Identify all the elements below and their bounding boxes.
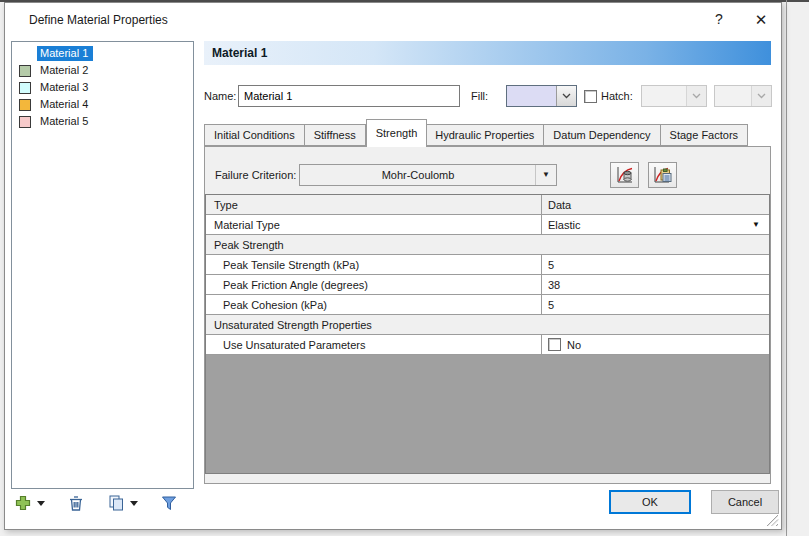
material-name: Material 4: [37, 97, 93, 112]
cancel-button[interactable]: Cancel: [711, 490, 779, 514]
dropdown-arrow-icon: ▼: [535, 165, 556, 185]
trash-icon: [67, 494, 85, 512]
property-value-cell[interactable]: 5: [542, 295, 769, 314]
section-label: Peak Strength: [206, 235, 769, 254]
material-name: Material 1: [37, 46, 93, 61]
filter-icon: [160, 494, 178, 512]
tab-initial-conditions[interactable]: Initial Conditions: [204, 124, 305, 146]
table-row: Peak Tensile Strength (kPa)5: [206, 255, 769, 275]
close-button[interactable]: ✕: [743, 3, 779, 36]
material-color-swatch: [19, 82, 31, 94]
property-value-cell[interactable]: No: [542, 335, 769, 354]
material-list-item[interactable]: Material 3: [12, 79, 193, 96]
hatch-color-dropdown-button[interactable]: [751, 86, 771, 106]
name-label: Name:: [204, 85, 236, 107]
copy-material-menu-button[interactable]: [130, 501, 138, 506]
copy-icon: [107, 494, 125, 512]
property-value-cell[interactable]: 38: [542, 275, 769, 294]
chevron-down-icon: [757, 93, 766, 99]
column-header-data: Data: [542, 195, 769, 214]
material-list-item[interactable]: Material 2: [12, 62, 193, 79]
tab-stiffness[interactable]: Stiffness: [305, 124, 366, 146]
material-color-swatch: [19, 65, 31, 77]
property-label: Peak Tensile Strength (kPa): [206, 255, 542, 274]
property-tabs: Initial ConditionsStiffnessStrengthHydra…: [204, 119, 748, 147]
unsaturated-checkbox[interactable]: [548, 338, 561, 351]
add-material-menu-button[interactable]: [37, 501, 45, 506]
material-header-title: Material 1: [212, 46, 267, 60]
property-value: Elastic: [548, 219, 580, 231]
table-row: Peak Cohesion (kPa)5: [206, 295, 769, 315]
property-value: 5: [548, 259, 554, 271]
strength-properties-table: TypeDataMaterial TypeElastic▼Peak Streng…: [205, 194, 770, 474]
table-section-row: Unsaturated Strength Properties: [206, 315, 769, 335]
property-label: Peak Friction Angle (degrees): [206, 275, 542, 294]
property-value: No: [567, 339, 581, 351]
failure-criterion-dropdown[interactable]: Mohr-Coulomb ▼: [299, 164, 557, 186]
table-header-row: TypeData: [206, 195, 769, 215]
chevron-down-icon: [562, 93, 571, 99]
property-value-cell[interactable]: Elastic▼: [542, 215, 769, 234]
fill-dropdown-button[interactable]: [556, 86, 576, 106]
tab-stage-factors[interactable]: Stage Factors: [661, 124, 748, 146]
chart-cylinder-icon: [615, 165, 635, 185]
material-list-item[interactable]: Material 5: [12, 113, 193, 130]
material-header: Material 1: [204, 41, 771, 65]
tab-datum-dependency[interactable]: Datum Dependency: [544, 124, 660, 146]
failure-criterion-label: Failure Criterion:: [215, 164, 296, 186]
table-row: Material TypeElastic▼: [206, 215, 769, 235]
paste-strength-parameters-button[interactable]: [648, 162, 677, 188]
strength-tab-panel: Failure Criterion: Mohr-Coulomb ▼: [204, 146, 771, 484]
property-value: 5: [548, 299, 554, 311]
material-list-item[interactable]: Material 4: [12, 96, 193, 113]
hatch-label: Hatch:: [601, 85, 633, 107]
table-row: Peak Friction Angle (degrees)38: [206, 275, 769, 295]
property-value-cell[interactable]: 5: [542, 255, 769, 274]
material-name: Material 2: [37, 63, 93, 78]
material-toolbar: [14, 489, 178, 517]
material-name: Material 5: [37, 114, 93, 129]
fill-color-dropdown[interactable]: [506, 85, 577, 107]
help-icon: ?: [715, 11, 723, 27]
copy-strength-parameters-button[interactable]: [610, 162, 639, 188]
title-bar: Define Material Properties ? ✕: [5, 3, 781, 37]
material-list[interactable]: Material 1Material 2Material 3Material 4…: [11, 41, 194, 489]
resize-grip[interactable]: [765, 513, 779, 527]
chart-clipboard-icon: [653, 165, 673, 185]
caret-down-icon: [37, 501, 45, 506]
table-row: Use Unsaturated ParametersNo: [206, 335, 769, 355]
material-name: Material 3: [37, 80, 93, 95]
property-label: Use Unsaturated Parameters: [206, 335, 542, 354]
material-color-swatch: [19, 116, 31, 128]
close-icon: ✕: [755, 11, 768, 28]
tab-hydraulic-properties[interactable]: Hydraulic Properties: [426, 124, 544, 146]
ok-button-label: OK: [642, 496, 658, 508]
caret-down-icon: [130, 501, 138, 506]
tab-strength[interactable]: Strength: [366, 119, 428, 147]
dropdown-arrow-icon: ▼: [752, 220, 760, 229]
filter-materials-button[interactable]: [160, 494, 178, 512]
name-input[interactable]: [238, 85, 460, 107]
delete-material-button[interactable]: [67, 494, 85, 512]
property-label: Peak Cohesion (kPa): [206, 295, 542, 314]
property-label: Material Type: [206, 215, 542, 234]
table-section-row: Peak Strength: [206, 235, 769, 255]
failure-criterion-value: Mohr-Coulomb: [382, 169, 455, 181]
section-label: Unsaturated Strength Properties: [206, 315, 769, 334]
material-color-swatch: [19, 48, 31, 60]
help-button[interactable]: ?: [701, 3, 737, 36]
hatch-color-dropdown[interactable]: [714, 85, 772, 107]
hatch-pattern-dropdown[interactable]: [641, 85, 707, 107]
dialog-title: Define Material Properties: [29, 3, 168, 37]
define-material-properties-dialog: Define Material Properties ? ✕ Material …: [4, 2, 782, 530]
hatch-pattern-dropdown-button[interactable]: [686, 86, 706, 106]
cancel-button-label: Cancel: [728, 496, 762, 508]
hatch-checkbox[interactable]: [584, 90, 597, 103]
plus-icon: [14, 494, 32, 512]
ok-button[interactable]: OK: [609, 490, 691, 514]
screen: Define Material Properties ? ✕ Material …: [0, 0, 809, 536]
add-material-button[interactable]: [14, 494, 32, 512]
copy-material-button[interactable]: [107, 494, 125, 512]
app-window-edge: [786, 0, 787, 536]
material-list-item[interactable]: Material 1: [12, 45, 193, 62]
